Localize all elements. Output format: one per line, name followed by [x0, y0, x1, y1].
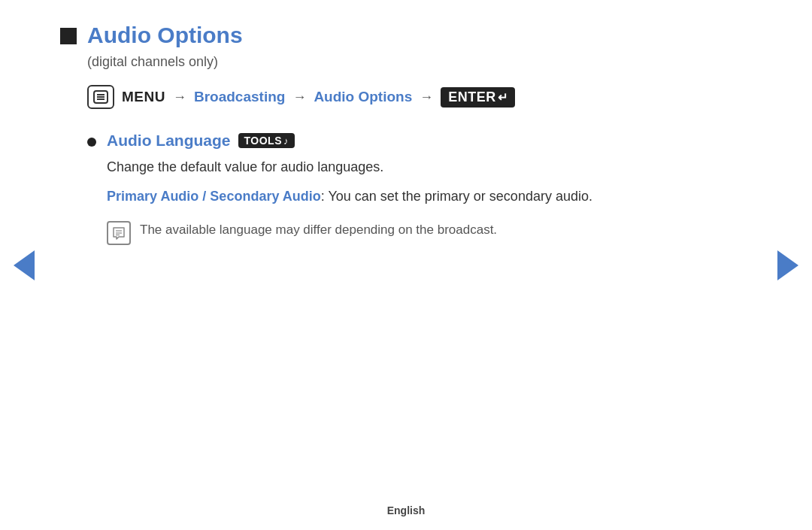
breadcrumb-arrow-2: →	[292, 89, 306, 105]
tools-badge-text: TOOLS	[244, 135, 282, 147]
bullet-dot-icon	[87, 138, 96, 147]
note-icon	[107, 221, 131, 245]
enter-button-label: ENTER↵	[441, 87, 515, 108]
audio-language-label: Audio Language TOOLS♪	[107, 132, 295, 150]
primary-secondary-text: : You can set the primary or secondary a…	[321, 189, 592, 204]
enter-icon: ↵	[498, 90, 508, 104]
breadcrumb-arrow-3: →	[420, 89, 433, 105]
tools-badge: TOOLS♪	[238, 133, 295, 148]
breadcrumb-arrow-1: →	[173, 89, 186, 105]
primary-secondary-row: Primary Audio / Secondary Audio: You can…	[107, 186, 677, 207]
breadcrumb-broadcasting: Broadcasting	[194, 89, 285, 105]
enter-text: ENTER	[448, 89, 496, 105]
breadcrumb: MENU → Broadcasting → Audio Options → EN…	[87, 85, 677, 109]
tools-icon: ♪	[283, 135, 289, 147]
main-content: Audio Options (digital channels only) ME…	[0, 0, 737, 268]
footer-language: English	[387, 504, 426, 516]
page-subtitle: (digital channels only)	[87, 54, 677, 70]
next-page-button[interactable]	[777, 250, 798, 280]
note-text: The available language may differ depend…	[140, 220, 497, 240]
bullet-section: Audio Language TOOLS♪ Change the default…	[87, 132, 677, 245]
audio-language-text: Audio Language	[107, 132, 231, 150]
primary-secondary-label: Primary Audio / Secondary Audio	[107, 189, 321, 204]
title-square-icon	[60, 28, 77, 44]
menu-icon	[87, 85, 114, 109]
description-text: Change the default value for audio langu…	[107, 157, 677, 177]
breadcrumb-audio-options: Audio Options	[314, 89, 412, 105]
previous-page-button[interactable]	[14, 250, 35, 280]
note-row: The available language may differ depend…	[107, 220, 677, 245]
page-title-row: Audio Options	[60, 23, 677, 48]
audio-language-item: Audio Language TOOLS♪	[87, 132, 677, 150]
audio-language-content: Audio Language TOOLS♪	[107, 132, 295, 150]
page-title: Audio Options	[87, 23, 243, 48]
menu-label: MENU	[122, 89, 165, 105]
